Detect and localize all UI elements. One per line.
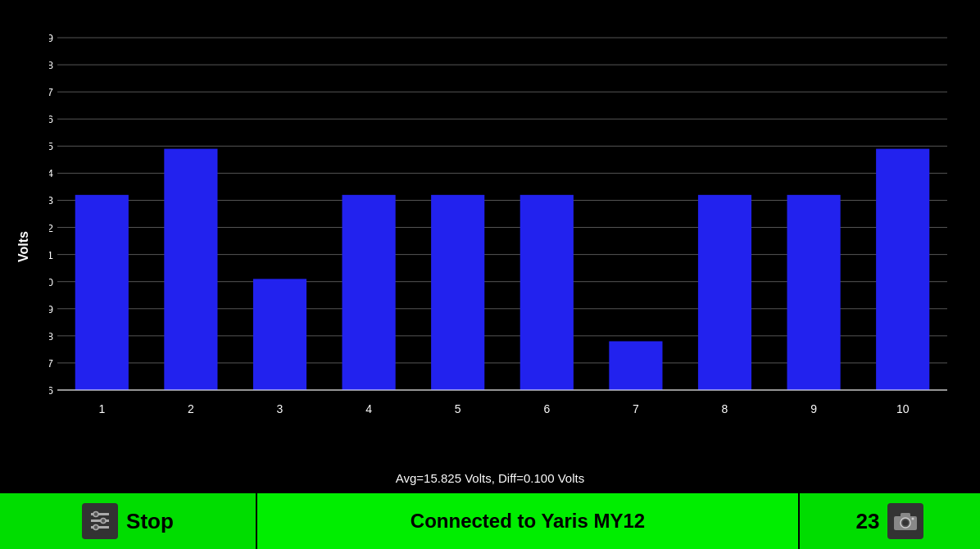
svg-rect-36: [431, 195, 484, 390]
settings-icon[interactable]: [82, 503, 118, 539]
svg-text:15.89: 15.89: [49, 32, 53, 44]
svg-point-52: [93, 512, 98, 517]
connection-label: Connected to Yaris MY12: [411, 510, 645, 533]
svg-text:15.88: 15.88: [49, 59, 53, 71]
svg-text:15.86: 15.86: [49, 113, 53, 125]
svg-text:15.78: 15.78: [49, 330, 53, 343]
toolbar-center: Connected to Yaris MY12: [257, 493, 800, 549]
svg-text:4: 4: [365, 402, 372, 415]
svg-text:15.79: 15.79: [49, 303, 53, 315]
svg-rect-44: [787, 195, 841, 390]
svg-text:15.80: 15.80: [49, 276, 53, 288]
chart-inner: 15.7615.7715.7815.7915.8015.8115.8215.83…: [49, 16, 964, 436]
svg-text:3: 3: [277, 402, 284, 415]
svg-text:10: 10: [896, 402, 910, 415]
camera-icon[interactable]: [887, 503, 923, 539]
svg-text:15.76: 15.76: [49, 384, 53, 397]
svg-text:15.84: 15.84: [49, 167, 53, 179]
svg-rect-40: [609, 341, 662, 390]
svg-text:2: 2: [188, 402, 194, 415]
svg-text:15.87: 15.87: [49, 86, 53, 98]
svg-text:7: 7: [633, 402, 639, 415]
bar-chart: 15.7615.7715.7815.7915.8015.8115.8215.83…: [49, 16, 964, 436]
svg-text:15.82: 15.82: [49, 222, 53, 234]
stop-button[interactable]: Stop: [126, 509, 174, 534]
svg-rect-32: [253, 279, 306, 390]
svg-text:15.83: 15.83: [49, 194, 53, 206]
svg-text:6: 6: [543, 402, 550, 415]
svg-rect-28: [75, 195, 129, 390]
toolbar-left: Stop: [0, 493, 257, 549]
svg-rect-46: [876, 149, 929, 390]
toolbar-right: 23: [800, 493, 980, 549]
svg-rect-42: [698, 195, 751, 390]
svg-text:8: 8: [722, 402, 728, 415]
svg-rect-30: [164, 149, 217, 390]
chart-subtitle: Avg=15.825 Volts, Diff=0.100 Volts: [0, 471, 980, 485]
chart-area: Volts 15.7615.7715.7815.7915.8015.8115.8…: [0, 0, 980, 493]
y-axis-label: Volts: [16, 231, 31, 262]
svg-point-53: [101, 519, 106, 524]
count-label: 23: [856, 509, 880, 534]
svg-rect-34: [343, 195, 396, 390]
svg-text:9: 9: [810, 402, 817, 415]
svg-point-57: [903, 520, 909, 526]
svg-text:15.77: 15.77: [49, 357, 53, 370]
svg-rect-38: [520, 195, 574, 390]
svg-rect-58: [901, 513, 910, 517]
svg-point-54: [93, 525, 98, 530]
svg-text:15.85: 15.85: [49, 140, 53, 152]
svg-point-59: [912, 518, 914, 520]
svg-text:15.81: 15.81: [49, 249, 53, 261]
svg-text:1: 1: [98, 402, 105, 415]
svg-text:5: 5: [455, 402, 461, 415]
toolbar: Stop Connected to Yaris MY12 23: [0, 493, 980, 549]
